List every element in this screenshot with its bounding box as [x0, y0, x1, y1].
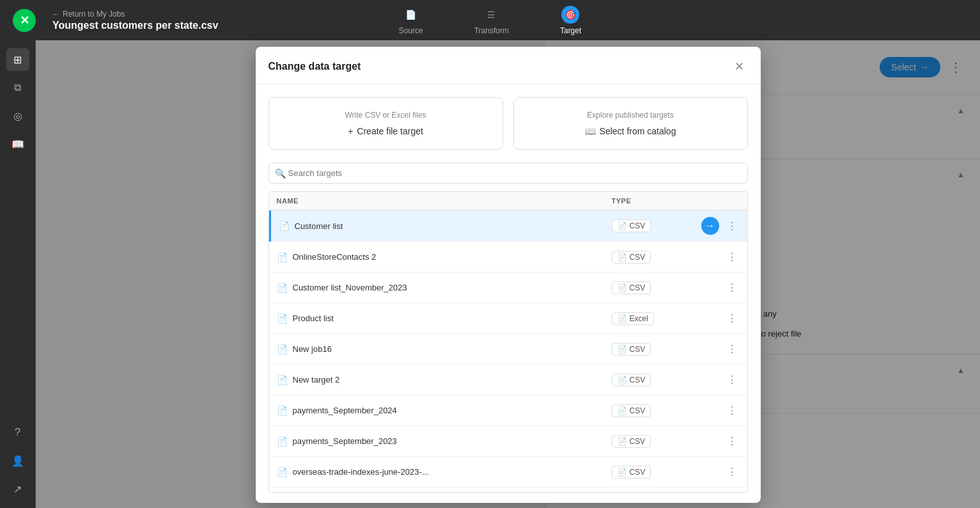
type-badge-4: 📄 CSV	[612, 343, 651, 356]
catalog-icon: 📖	[585, 126, 596, 136]
row-actions-4: ⋮	[701, 340, 740, 358]
plus-icon: +	[348, 126, 353, 136]
type-badge-icon-1: 📄	[618, 253, 627, 262]
back-link[interactable]: ← Return to My Jobs	[52, 10, 218, 19]
search-area: 🔍	[256, 163, 761, 191]
type-badge-6: 📄 CSV	[612, 404, 651, 417]
row-more-button-6[interactable]: ⋮	[724, 402, 740, 419]
row-more-button-7[interactable]: ⋮	[724, 433, 740, 450]
row-type-1: 📄 CSV	[612, 251, 701, 264]
table-row[interactable]: 📄 ContactList.xlsx 📄 Excel ⋮	[269, 488, 747, 492]
row-name-label-7: payments_September_2023	[293, 436, 397, 446]
topbar: ✕ ← Return to My Jobs Youngest customers…	[0, 0, 980, 40]
row-name-label-0: Customer list	[295, 221, 343, 231]
type-badge-label-3: Excel	[630, 314, 648, 323]
table-header: NAME TYPE	[269, 192, 747, 210]
row-actions-1: ⋮	[701, 248, 740, 266]
row-name-6: 📄 payments_September_2024	[277, 406, 612, 416]
table-row[interactable]: 📄 New job16 📄 CSV ⋮	[269, 334, 747, 365]
sidebar-icon-layers[interactable]: ⧉	[6, 76, 29, 99]
row-name-label-2: Customer list_November_2023	[293, 283, 407, 292]
back-arrow-icon: ←	[52, 10, 60, 19]
type-badge-0: 📄 CSV	[612, 219, 651, 232]
sidebar-icon-compass[interactable]: ◎	[6, 104, 29, 127]
card-left-action[interactable]: + Create file target	[348, 126, 423, 136]
row-more-button-5[interactable]: ⋮	[724, 371, 740, 388]
target-step-icon: 🎯	[562, 6, 580, 24]
search-icon: 🔍	[275, 168, 286, 179]
search-input-wrap: 🔍	[268, 163, 748, 184]
main-area: 📄 Customer list 📄 CSV Select → ⋮	[36, 40, 980, 508]
app-logo: ✕	[13, 9, 36, 32]
modal-overlay: Change data target ✕ Write CSV or Excel …	[36, 40, 980, 508]
navigate-button-0[interactable]: →	[701, 217, 719, 235]
step-transform[interactable]: ☰ Transform	[474, 6, 509, 35]
row-more-button-4[interactable]: ⋮	[724, 340, 740, 358]
back-label: Return to My Jobs	[63, 10, 125, 19]
table-row[interactable]: 📄 payments_September_2024 📄 CSV ⋮	[269, 395, 747, 426]
select-from-catalog-card[interactable]: Explore published targets 📖 Select from …	[513, 97, 748, 150]
select-from-catalog-label: Select from catalog	[600, 126, 676, 136]
option-cards: Write CSV or Excel files + Create file t…	[256, 84, 761, 163]
type-badge-icon-8: 📄	[618, 468, 627, 477]
row-more-button-1[interactable]: ⋮	[724, 248, 740, 266]
row-name-8: 📄 overseas-trade-indexes-june-2023-...	[277, 467, 612, 477]
table-row[interactable]: 📄 Customer list_November_2023 📄 CSV ⋮	[269, 273, 747, 303]
table-row[interactable]: 📄 OnlineStoreContacts 2 📄 CSV ⋮	[269, 242, 747, 273]
table-row[interactable]: 📄 payments_September_2023 📄 CSV ⋮	[269, 426, 747, 457]
row-name-3: 📄 Product list	[277, 314, 612, 324]
sidebar-icon-question[interactable]: ?	[6, 421, 29, 444]
row-more-button-8[interactable]: ⋮	[724, 463, 740, 480]
row-more-button-0[interactable]: ⋮	[724, 218, 740, 235]
table-row[interactable]: 📄 Customer list 📄 CSV → ⋮	[269, 210, 747, 242]
row-file-icon-4: 📄	[277, 344, 288, 354]
type-badge-icon-6: 📄	[618, 406, 627, 415]
row-type-3: 📄 Excel	[612, 312, 701, 325]
type-badge-icon-4: 📄	[618, 345, 627, 354]
col-actions-header	[701, 197, 740, 205]
row-name-label-5: New target 2	[293, 375, 340, 385]
type-badge-label-7: CSV	[630, 437, 646, 446]
row-more-button-3[interactable]: ⋮	[724, 310, 740, 327]
col-name-header: NAME	[277, 197, 612, 205]
sidebar-icon-export[interactable]: ↗	[6, 477, 29, 500]
type-badge-icon-7: 📄	[618, 437, 627, 446]
sidebar-icon-grid[interactable]: ⊞	[6, 48, 29, 71]
type-badge-icon-3: 📄	[618, 314, 627, 323]
type-badge-label-1: CSV	[630, 253, 646, 262]
row-file-icon-8: 📄	[277, 467, 288, 477]
sidebar-icon-user[interactable]: 👤	[6, 449, 29, 472]
type-badge-7: 📄 CSV	[612, 435, 651, 448]
row-type-6: 📄 CSV	[612, 404, 701, 417]
table-row[interactable]: 📄 Product list 📄 Excel ⋮	[269, 303, 747, 334]
row-type-0: 📄 CSV	[612, 219, 701, 232]
row-name-label-3: Product list	[293, 314, 334, 323]
table-row[interactable]: 📄 overseas-trade-indexes-june-2023-... 📄…	[269, 457, 747, 488]
row-name-1: 📄 OnlineStoreContacts 2	[277, 252, 612, 262]
sidebar: ⊞ ⧉ ◎ 📖 ? 👤 ↗	[0, 40, 36, 508]
card-right-action[interactable]: 📖 Select from catalog	[585, 126, 676, 136]
row-file-icon-2: 📄	[277, 283, 288, 293]
type-badge-1: 📄 CSV	[612, 251, 651, 264]
search-input[interactable]	[268, 163, 748, 184]
transform-step-icon: ☰	[483, 6, 501, 24]
row-actions-3: ⋮	[701, 310, 740, 327]
type-badge-label-6: CSV	[630, 406, 646, 415]
sidebar-icon-book[interactable]: 📖	[6, 132, 29, 155]
type-badge-8: 📄 CSV	[612, 466, 651, 479]
modal-close-button[interactable]: ✕	[731, 58, 748, 75]
row-name-0: 📄 Customer list	[279, 221, 612, 231]
create-file-target-card[interactable]: Write CSV or Excel files + Create file t…	[268, 97, 503, 150]
source-step-icon: 📄	[402, 6, 420, 24]
row-more-button-2[interactable]: ⋮	[724, 279, 740, 296]
row-actions-5: ⋮	[701, 371, 740, 388]
type-badge-2: 📄 CSV	[612, 282, 651, 294]
type-badge-label-0: CSV	[630, 221, 646, 230]
row-type-4: 📄 CSV	[612, 343, 701, 356]
step-source[interactable]: 📄 Source	[399, 6, 423, 35]
table-row[interactable]: 📄 New target 2 📄 CSV ⋮	[269, 365, 747, 395]
row-actions-7: ⋮	[701, 433, 740, 450]
step-target[interactable]: 🎯 Target	[560, 6, 581, 35]
row-file-icon-0: 📄	[279, 221, 290, 231]
type-badge-label-4: CSV	[630, 345, 646, 354]
